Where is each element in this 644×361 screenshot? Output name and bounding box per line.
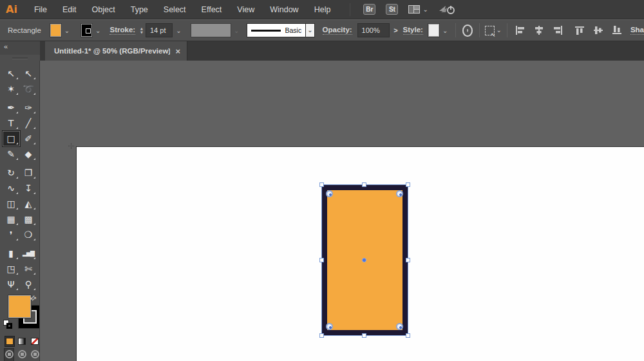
brush-definition-dropdown[interactable]: Basic bbox=[247, 23, 306, 37]
selection-type-label: Rectangle bbox=[8, 26, 41, 34]
type-tool[interactable]: T bbox=[3, 115, 20, 131]
live-corner-widget-top-left[interactable] bbox=[326, 190, 333, 197]
menu-file[interactable]: File bbox=[26, 0, 55, 19]
align-right-icon[interactable] bbox=[553, 26, 563, 35]
toolbar-panel-grip[interactable] bbox=[0, 55, 40, 61]
transform-icon[interactable] bbox=[485, 26, 494, 35]
live-corner-widget-bottom-right[interactable] bbox=[396, 323, 403, 330]
selection-handle-bottom-left[interactable] bbox=[319, 333, 324, 338]
menu-help[interactable]: Help bbox=[307, 0, 339, 19]
menu-type[interactable]: Type bbox=[123, 0, 156, 19]
menu-edit[interactable]: Edit bbox=[55, 0, 84, 19]
align-top-icon[interactable] bbox=[575, 26, 585, 35]
slice-tool[interactable]: ✄ bbox=[20, 261, 37, 277]
mesh-tool[interactable]: ▦ bbox=[3, 211, 20, 227]
curvature-tool[interactable]: ✑ bbox=[20, 100, 37, 115]
stepper-up-icon[interactable]: ▲ bbox=[140, 27, 143, 30]
selection-handle-bottom-right[interactable] bbox=[406, 333, 410, 338]
selection-handle-middle-right[interactable] bbox=[406, 258, 410, 262]
sync-settings-icon[interactable] bbox=[439, 5, 455, 15]
selection-handle-top-left[interactable] bbox=[319, 182, 324, 187]
gradient-button[interactable] bbox=[17, 336, 27, 347]
menu-window[interactable]: Window bbox=[262, 0, 306, 19]
lasso-tool[interactable]: ➰ bbox=[20, 81, 37, 97]
shape-center-point[interactable] bbox=[362, 258, 366, 262]
perspective-grid-tool[interactable]: ◭ bbox=[20, 196, 37, 211]
line-segment-tool[interactable]: ╱ bbox=[20, 115, 37, 131]
stroke-chevron-down-icon[interactable]: ⌄ bbox=[95, 27, 100, 34]
shape-builder-tool[interactable]: ◫ bbox=[3, 196, 20, 211]
stroke-color-swatch[interactable] bbox=[81, 24, 92, 37]
draw-behind-button[interactable] bbox=[17, 348, 27, 361]
shape-link[interactable]: Sha bbox=[630, 26, 644, 35]
bridge-button[interactable]: Br bbox=[363, 4, 375, 15]
opacity-label[interactable]: Opacity: bbox=[323, 26, 352, 35]
magic-wand-tool[interactable]: ✶ bbox=[3, 81, 20, 97]
width-tool[interactable]: ∿ bbox=[3, 180, 20, 196]
stroke-weight-chevron-down-icon[interactable]: ⌄ bbox=[176, 27, 181, 34]
live-corner-widget-top-right[interactable] bbox=[396, 190, 403, 197]
draw-inside-button[interactable] bbox=[30, 348, 40, 361]
brush-definition-label: Basic bbox=[285, 26, 301, 34]
live-corner-widget-bottom-left[interactable] bbox=[326, 323, 333, 330]
puppet-warp-tool[interactable]: ↧ bbox=[20, 180, 37, 196]
style-swatch[interactable] bbox=[428, 24, 439, 37]
draw-normal-button[interactable] bbox=[4, 348, 14, 361]
column-graph-tool[interactable]: ▂▅▇ bbox=[20, 246, 37, 261]
paintbrush-tool[interactable]: ✐ bbox=[20, 131, 37, 146]
stroke-weight-stepper[interactable]: ▲ ▼ bbox=[140, 27, 143, 34]
selection-handle-bottom-middle[interactable] bbox=[362, 333, 366, 338]
rotate-tool[interactable]: ↻ bbox=[3, 165, 20, 180]
fill-color-swatch[interactable] bbox=[50, 24, 61, 37]
toolbar-collapse-button[interactable]: « bbox=[0, 41, 40, 55]
document-tab[interactable]: Untitled-1* @ 50% (RGB/Preview) × bbox=[45, 41, 187, 61]
fill-stroke-widget: ⇆ bbox=[0, 291, 40, 334]
default-fill-stroke-icon[interactable] bbox=[3, 320, 14, 330]
pen-tool[interactable]: ✒ bbox=[3, 100, 20, 115]
align-horizontal-center-icon[interactable] bbox=[534, 26, 544, 35]
hand-tool[interactable]: Ψ bbox=[3, 277, 20, 292]
none-button[interactable] bbox=[30, 336, 40, 347]
scale-tool[interactable]: ❐ bbox=[20, 165, 37, 180]
align-left-icon[interactable] bbox=[515, 26, 526, 35]
recolor-artwork-icon[interactable] bbox=[462, 24, 473, 37]
stroke-label[interactable]: Stroke: bbox=[109, 26, 135, 35]
menu-view[interactable]: View bbox=[229, 0, 262, 19]
shape-builder-icon: ◫ bbox=[6, 199, 15, 208]
artboard-tool[interactable]: ◳ bbox=[3, 261, 20, 277]
style-label[interactable]: Style: bbox=[403, 26, 423, 35]
workspace-switcher[interactable]: ⌄ bbox=[408, 5, 428, 14]
align-bottom-icon[interactable] bbox=[612, 26, 623, 35]
selection-handle-middle-left[interactable] bbox=[319, 258, 324, 262]
symbol-sprayer-tool[interactable]: ▮ bbox=[3, 246, 20, 261]
menu-object[interactable]: Object bbox=[84, 0, 123, 19]
stepper-down-icon[interactable]: ▼ bbox=[140, 31, 143, 34]
eraser-tool[interactable]: ◆ bbox=[20, 146, 37, 162]
eyedropper-tool[interactable]: ❜ bbox=[3, 227, 20, 242]
opacity-next-arrow[interactable]: > bbox=[393, 26, 397, 34]
align-vertical-center-icon[interactable] bbox=[594, 26, 604, 35]
transform-chevron-down-icon[interactable]: ⌄ bbox=[497, 27, 502, 34]
slice-icon: ✄ bbox=[24, 264, 32, 273]
zoom-tool[interactable]: ⚲ bbox=[20, 277, 37, 292]
color-button[interactable] bbox=[5, 336, 15, 347]
menu-effect[interactable]: Effect bbox=[194, 0, 230, 19]
rectangle-tool[interactable]: □ bbox=[3, 131, 20, 146]
opacity-field[interactable]: 100% bbox=[357, 23, 390, 37]
canvas[interactable] bbox=[40, 61, 644, 361]
shaper-pencil-tool[interactable]: ✎ bbox=[3, 146, 20, 162]
tab-close-icon[interactable]: × bbox=[175, 46, 180, 56]
selection-handle-top-right[interactable] bbox=[406, 182, 410, 187]
blend-tool[interactable]: ❍ bbox=[20, 227, 37, 242]
fill-chevron-down-icon[interactable]: ⌄ bbox=[64, 27, 70, 34]
fill-proxy-swatch[interactable] bbox=[8, 295, 31, 318]
menu-select[interactable]: Select bbox=[156, 0, 194, 19]
direct-selection-tool[interactable]: ↖ bbox=[20, 66, 37, 81]
stock-button[interactable]: St bbox=[386, 4, 398, 15]
selection-handle-top-middle[interactable] bbox=[362, 182, 366, 187]
gradient-tool[interactable]: ▩ bbox=[20, 211, 37, 227]
style-chevron-down-icon[interactable]: ⌄ bbox=[442, 27, 448, 34]
selection-tool[interactable]: ↖ bbox=[3, 66, 20, 81]
brush-chevron-button[interactable]: ⌄ bbox=[306, 23, 314, 37]
stroke-weight-field[interactable]: 14 pt bbox=[146, 23, 173, 37]
